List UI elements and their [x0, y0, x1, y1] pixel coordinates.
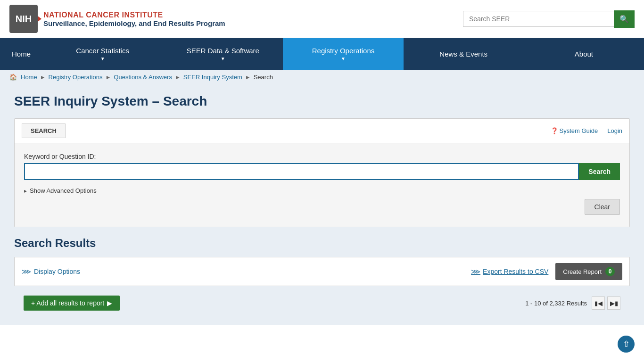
breadcrumb-inquiry[interactable]: SEER Inquiry System: [183, 74, 242, 81]
search-tab-button[interactable]: SEARCH: [22, 123, 66, 138]
search-tab-bar: SEARCH ❓System Guide Login: [15, 119, 629, 143]
nav-cancer-statistics[interactable]: Cancer Statistics ▼: [42, 38, 163, 70]
breadcrumb: 🏠 Home ► Registry Operations ► Questions…: [0, 70, 644, 84]
login-link[interactable]: Login: [607, 127, 622, 134]
pagination-info: 1 - 10 of 2,332 Results ▮◀ ▶▮: [525, 296, 620, 310]
search-button[interactable]: Search: [579, 163, 620, 180]
export-icon: ⋙: [471, 268, 480, 275]
results-title: Search Results: [14, 237, 630, 250]
header-search-area: 🔍: [463, 10, 635, 28]
main-content: SEER Inquiry System – Search SEARCH ❓Sys…: [0, 84, 644, 325]
breadcrumb-sep-3: ►: [175, 74, 181, 81]
add-all-button[interactable]: + Add all results to report ▶: [24, 296, 120, 311]
keyword-group: Keyword or Question ID: Search: [24, 153, 620, 180]
display-options[interactable]: ⋙ Display Options: [22, 268, 80, 275]
system-guide-link[interactable]: ❓System Guide: [551, 127, 598, 134]
breadcrumb-home[interactable]: Home: [21, 74, 37, 81]
search-panel-links: ❓System Guide Login: [551, 127, 622, 134]
create-report-button[interactable]: Create Report 0: [555, 263, 622, 280]
add-all-arrow-icon: ▶: [107, 299, 112, 307]
advanced-options-toggle[interactable]: Show Advanced Options: [24, 187, 620, 194]
page-title: SEER Inquiry System – Search: [14, 94, 630, 109]
header-search-button[interactable]: 🔍: [614, 10, 635, 28]
breadcrumb-sep-1: ►: [40, 74, 46, 81]
main-nav: Home Cancer Statistics ▼ SEER Data & Sof…: [0, 38, 644, 70]
keyword-row: Search: [24, 163, 620, 180]
nav-seer-data-arrow: ▼: [221, 56, 225, 61]
nav-news-events[interactable]: News & Events: [404, 38, 524, 70]
page-nav: ▮◀ ▶▮: [592, 296, 620, 310]
nav-registry-operations[interactable]: Registry Operations ▼: [283, 38, 403, 70]
breadcrumb-current: Search: [254, 74, 273, 81]
breadcrumb-qa[interactable]: Questions & Answers: [114, 74, 172, 81]
nav-seer-data-software[interactable]: SEER Data & Software ▼: [163, 38, 283, 70]
keyword-input[interactable]: [24, 163, 579, 180]
pagination-text: 1 - 10 of 2,332 Results: [525, 300, 587, 307]
header-search-input[interactable]: [463, 11, 614, 27]
nav-registry-arrow: ▼: [341, 56, 346, 61]
search-form: Keyword or Question ID: Search Show Adva…: [15, 143, 629, 227]
org-text: NATIONAL CANCER INSTITUTE Surveillance, …: [43, 11, 225, 27]
site-header: NIH NATIONAL CANCER INSTITUTE Surveillan…: [0, 0, 644, 38]
breadcrumb-registry-ops[interactable]: Registry Operations: [49, 74, 103, 81]
nav-home[interactable]: Home: [0, 38, 42, 70]
export-link[interactable]: ⋙ Export Results to CSV: [471, 268, 548, 275]
org-name: NATIONAL CANCER INSTITUTE: [43, 11, 225, 19]
page-first-button[interactable]: ▮◀: [592, 296, 605, 310]
logo-area: NIH NATIONAL CANCER INSTITUTE Surveillan…: [9, 5, 225, 33]
help-icon: ❓: [551, 127, 558, 134]
keyword-label: Keyword or Question ID:: [24, 153, 620, 160]
results-right: ⋙ Export Results to CSV Create Report 0: [471, 263, 622, 280]
nav-cancer-statistics-arrow: ▼: [100, 56, 105, 61]
nav-about[interactable]: About: [524, 38, 644, 70]
home-icon: 🏠: [9, 74, 17, 81]
display-options-icon: ⋙: [22, 268, 31, 275]
org-subtitle: Surveillance, Epidemiology, and End Resu…: [43, 19, 225, 27]
bottom-bar: + Add all results to report ▶ 1 - 10 of …: [14, 291, 630, 315]
page-next-button[interactable]: ▶▮: [607, 296, 620, 310]
report-badge: 0: [605, 267, 615, 276]
breadcrumb-sep-2: ►: [105, 74, 111, 81]
clear-button[interactable]: Clear: [585, 199, 620, 215]
breadcrumb-sep-4: ►: [245, 74, 251, 81]
clear-row: Clear: [24, 194, 620, 217]
search-panel: SEARCH ❓System Guide Login Keyword or Qu…: [14, 118, 630, 227]
results-panel: ⋙ Display Options ⋙ Export Results to CS…: [14, 257, 630, 286]
nih-logo: NIH: [9, 5, 38, 33]
